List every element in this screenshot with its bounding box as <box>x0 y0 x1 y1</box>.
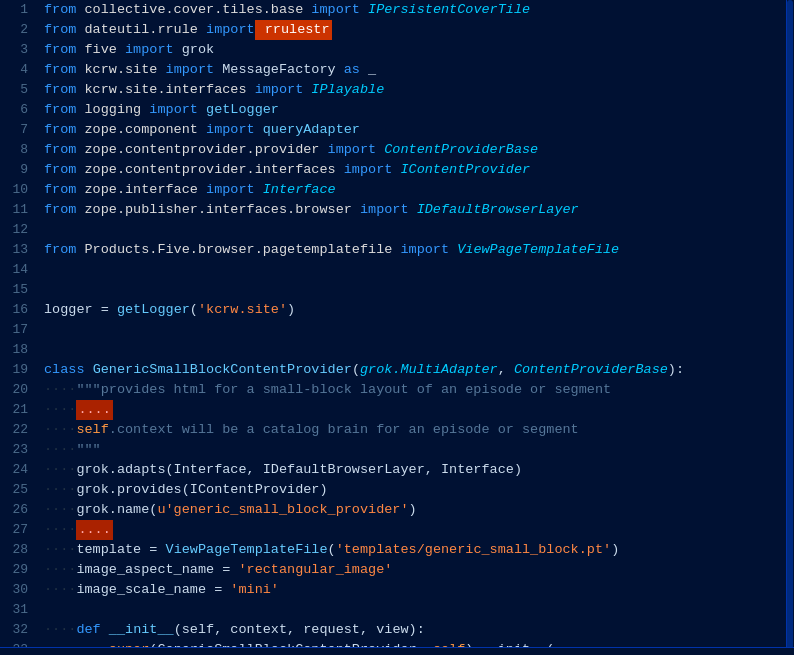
token: collective.cover.tiles.base <box>76 0 311 20</box>
line-number-9: 9 <box>0 160 36 180</box>
token: u'generic_small_block_provider' <box>157 500 408 520</box>
code-line-14 <box>44 260 794 280</box>
code-line-15 <box>44 280 794 300</box>
token: import <box>360 200 409 220</box>
line-number-30: 30 <box>0 580 36 600</box>
token: .provides(IContentProvider) <box>109 480 328 500</box>
token: = <box>214 560 238 580</box>
token: from <box>44 40 76 60</box>
code-line-9: from zope.contentprovider.interfaces imp… <box>44 160 794 180</box>
token: ···· <box>44 560 76 580</box>
token: from <box>44 240 76 260</box>
token: zope.interface <box>76 180 206 200</box>
line-gutter: 1234567891011121314151617181920212223242… <box>0 0 36 655</box>
token: ) <box>287 300 295 320</box>
token: ···· <box>44 520 76 540</box>
token: ContentProviderBase <box>514 360 668 380</box>
token: kcrw.site <box>76 60 165 80</box>
code-line-27: ····.... <box>44 520 794 540</box>
token: ···· <box>44 580 76 600</box>
line-number-26: 26 <box>0 500 36 520</box>
line-number-7: 7 <box>0 120 36 140</box>
token: import <box>344 160 393 180</box>
code-line-8: from zope.contentprovider.provider impor… <box>44 140 794 160</box>
code-line-20: ····"""provides html for a small-block l… <box>44 380 794 400</box>
line-number-25: 25 <box>0 480 36 500</box>
scrollbar-thumb[interactable] <box>787 0 793 655</box>
code-line-7: from zope.component import queryAdapter <box>44 120 794 140</box>
token: ···· <box>44 440 76 460</box>
line-number-12: 12 <box>0 220 36 240</box>
token: from <box>44 140 76 160</box>
token: from <box>44 100 76 120</box>
code-line-21: ····.... <box>44 400 794 420</box>
code-line-30: ····image_scale_name = 'mini' <box>44 580 794 600</box>
line-number-31: 31 <box>0 600 36 620</box>
token: ): <box>668 360 684 380</box>
code-area[interactable]: from collective.cover.tiles.base import … <box>36 0 794 655</box>
code-line-24: ····grok.adapts(Interface, IDefaultBrows… <box>44 460 794 480</box>
token: rrulestr <box>255 20 332 40</box>
token: queryAdapter <box>255 120 360 140</box>
token: dateutil.rrule <box>76 20 206 40</box>
token: ···· <box>44 620 76 640</box>
code-line-4: from kcrw.site import MessageFactory as … <box>44 60 794 80</box>
token: getLogger <box>198 100 279 120</box>
scrollbar-horizontal[interactable] <box>0 647 794 655</box>
line-number-10: 10 <box>0 180 36 200</box>
token: ···· <box>44 460 76 480</box>
token: ···· <box>44 500 76 520</box>
token: ) <box>409 500 417 520</box>
token: as <box>344 60 360 80</box>
code-line-13: from Products.Five.browser.pagetemplatef… <box>44 240 794 260</box>
token: 'mini' <box>230 580 279 600</box>
token: ···· <box>44 420 76 440</box>
token: grok <box>76 480 108 500</box>
line-number-4: 4 <box>0 60 36 80</box>
line-number-27: 27 <box>0 520 36 540</box>
token: from <box>44 80 76 100</box>
token: import <box>255 80 304 100</box>
line-number-22: 22 <box>0 420 36 440</box>
token: ViewPageTemplateFile <box>449 240 619 260</box>
code-line-11: from zope.publisher.interfaces.browser i… <box>44 200 794 220</box>
line-number-28: 28 <box>0 540 36 560</box>
token: kcrw.site.interfaces <box>76 80 254 100</box>
token: zope.contentprovider.interfaces <box>76 160 343 180</box>
token: IDefaultBrowserLayer <box>409 200 579 220</box>
token: from <box>44 0 76 20</box>
token: grok <box>174 40 215 60</box>
code-editor: 1234567891011121314151617181920212223242… <box>0 0 794 655</box>
token: from <box>44 60 76 80</box>
line-number-21: 21 <box>0 400 36 420</box>
line-number-14: 14 <box>0 260 36 280</box>
token: import <box>166 60 215 80</box>
line-number-23: 23 <box>0 440 36 460</box>
token: ( <box>328 540 336 560</box>
token: import <box>206 20 255 40</box>
token: ( <box>352 360 360 380</box>
code-line-17 <box>44 320 794 340</box>
token: ) <box>611 540 619 560</box>
token: IContentProvider <box>392 160 530 180</box>
line-number-3: 3 <box>0 40 36 60</box>
line-numbers: 1234567891011121314151617181920212223242… <box>0 0 36 655</box>
code-line-3: from five import grok <box>44 40 794 60</box>
line-number-5: 5 <box>0 80 36 100</box>
token: = <box>93 300 117 320</box>
token: grok <box>76 500 108 520</box>
token: zope.publisher.interfaces.browser <box>76 200 360 220</box>
token: import <box>311 0 360 20</box>
token: .... <box>76 400 112 420</box>
code-line-26: ····grok.name(u'generic_small_block_prov… <box>44 500 794 520</box>
token: ···· <box>44 380 76 400</box>
code-line-29: ····image_aspect_name = 'rectangular_ima… <box>44 560 794 580</box>
token: 'rectangular_image' <box>238 560 392 580</box>
line-number-1: 1 <box>0 0 36 20</box>
token: ···· <box>44 540 76 560</box>
token: template <box>76 540 141 560</box>
token: (self, context, request, view): <box>174 620 425 640</box>
scrollbar-vertical[interactable] <box>786 0 794 655</box>
token: .context will be a catalog brain for an … <box>109 420 579 440</box>
token: from <box>44 20 76 40</box>
